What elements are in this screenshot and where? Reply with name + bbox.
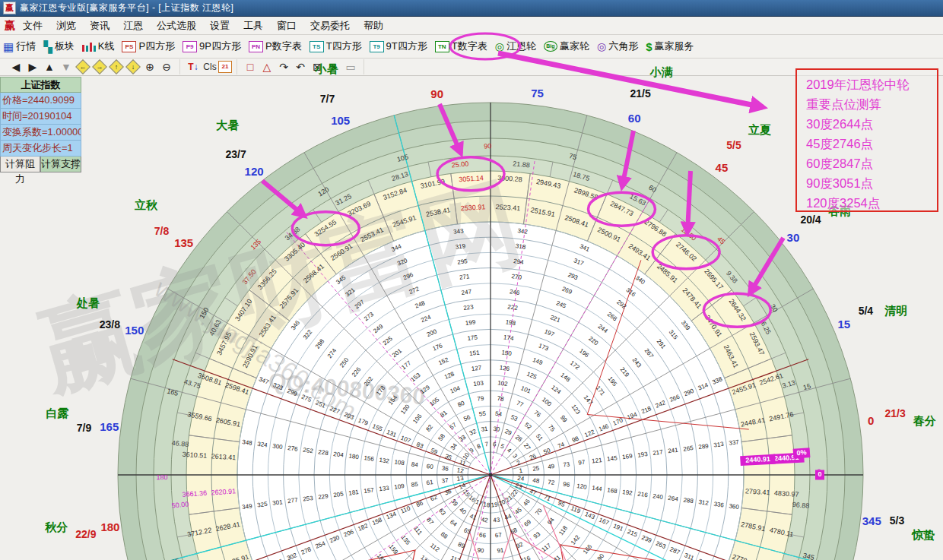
zoom-out-button[interactable]: ⊖ [158, 61, 175, 73]
toolbar-hexagon-button[interactable]: ◎ 六角形 [597, 40, 638, 53]
shift-down-button[interactable]: ↓ [125, 59, 141, 74]
calendar-icon[interactable]: 21 [218, 61, 232, 73]
toolbar-t-square-button[interactable]: TS T四方形 [310, 40, 362, 53]
toolbar-t-table-button[interactable]: TN T数字表 [435, 40, 487, 53]
toolbar-p-square-button[interactable]: PS P四方形 [122, 40, 175, 53]
menu-window[interactable]: 窗口 [277, 19, 297, 33]
t9-icon: T9 [370, 41, 384, 52]
menu-help[interactable]: 帮助 [364, 19, 383, 33]
nav-right-button[interactable]: ▶ [24, 61, 41, 73]
menu-gann[interactable]: 江恩 [123, 19, 143, 33]
annotation-box: 2019年江恩轮中轮 重要点位测算 30度2644点 45度2746点 60度2… [795, 68, 938, 212]
t-updown-button[interactable]: T↓ [185, 62, 202, 72]
menu-tools[interactable]: 工具 [243, 19, 263, 33]
ps-icon: PS [122, 41, 136, 52]
rotate-cw-button[interactable]: ↷ [275, 61, 292, 73]
menu-bar: 赢 文件 浏览 资讯 江恩 公式选股 设置 工具 窗口 交易委托 帮助 [0, 17, 943, 35]
gann-wheel-icon: ◎ [495, 41, 504, 52]
tn-icon: TN [435, 41, 449, 52]
draw-square-button[interactable]: □ [242, 61, 259, 73]
menu-logo-icon: 赢 [5, 19, 15, 33]
candlestick-icon [82, 41, 96, 52]
menu-trade[interactable]: 交易委托 [310, 19, 350, 33]
toolbar-gann-wheel-button[interactable]: ◎ 江恩轮 [495, 40, 536, 53]
rotate-ccw-button[interactable]: ↶ [292, 61, 309, 73]
toolbar-quotes-button[interactable]: ▦ 行情 [3, 40, 36, 53]
dollar-icon: $ [646, 40, 652, 53]
quote-table-icon: ▦ [3, 41, 14, 52]
menu-browse[interactable]: 浏览 [56, 19, 76, 33]
pn-icon: PN [249, 41, 263, 52]
toolbar-blocks-button[interactable]: ▚ 板块 [43, 40, 75, 53]
toolbar-9p-square-button[interactable]: P9 9P四方形 [183, 40, 241, 53]
toolbar-p-table-button[interactable]: PN P数字表 [249, 40, 302, 53]
window-title: 赢家江恩专业版[赢家服务平台] - [上证指数 江恩轮] [20, 2, 233, 14]
instrument-info-panel: 上证指数 价格=2440.9099 时间=20190104 变换系数=1.000… [0, 77, 81, 172]
menu-settings[interactable]: 设置 [210, 19, 230, 33]
screen-button[interactable]: ▭ [342, 61, 359, 73]
p9-icon: P9 [183, 41, 197, 52]
calc-resistance-button[interactable]: 计算阻力 [0, 157, 40, 172]
scale-button[interactable]: × [325, 61, 342, 73]
step-row: 周天变化步长=1 [0, 141, 81, 157]
nav-down-button[interactable]: ▼ [58, 61, 75, 73]
price-row: 价格=2440.9099 [0, 93, 81, 109]
toolbar-winner-wheel-button[interactable]: Big 赢家轮 [544, 40, 589, 53]
cls-button[interactable]: Cls [202, 62, 218, 72]
shift-left-button[interactable]: ← [75, 59, 90, 74]
toolbar-winner-service-button[interactable]: $ 赢家服务 [646, 40, 694, 53]
menu-news[interactable]: 资讯 [90, 19, 110, 33]
calc-support-button[interactable]: 计算支撑 [40, 157, 81, 172]
winner-wheel-icon: Big [544, 41, 557, 52]
ts-icon: TS [310, 41, 324, 52]
menu-formula-stockpick[interactable]: 公式选股 [157, 19, 196, 33]
main-toolbar: ▦ 行情 ▚ 板块 K线 PS P四方形 P9 9P四方形 PN P数字表 TS… [0, 35, 943, 59]
hexagon-icon: ◎ [597, 41, 606, 52]
nav-up-button[interactable]: ▲ [41, 61, 58, 73]
zoom-in-button[interactable]: ⊕ [141, 61, 158, 73]
time-row: 时间=20190104 [0, 109, 81, 125]
toolbar-kline-button[interactable]: K线 [82, 40, 115, 53]
blocks-icon: ▚ [43, 41, 52, 52]
menu-file[interactable]: 文件 [23, 19, 43, 33]
box-x-button[interactable]: ⊠ [309, 61, 325, 73]
title-bar: 赢 赢家江恩专业版[赢家服务平台] - [上证指数 江恩轮] [0, 0, 943, 17]
conversion-factor-row: 变换系数=1.00000 [0, 125, 81, 141]
toolbar-9t-square-button[interactable]: T9 9T四方形 [370, 40, 427, 53]
app-logo-icon: 赢 [3, 2, 16, 14]
draw-triangle-button[interactable]: △ [259, 61, 275, 73]
shift-right-button[interactable]: → [92, 59, 107, 74]
instrument-title: 上证指数 [0, 77, 81, 93]
shift-up-button[interactable]: ↑ [109, 59, 124, 74]
nav-left-button[interactable]: ◀ [8, 61, 24, 73]
